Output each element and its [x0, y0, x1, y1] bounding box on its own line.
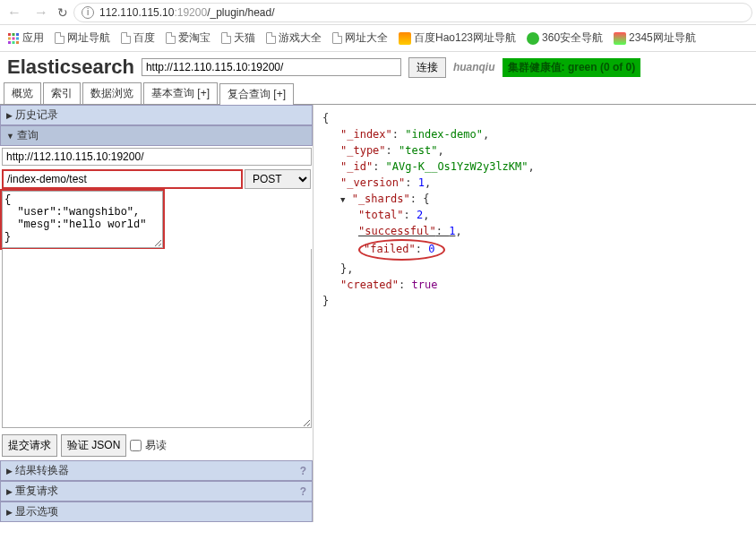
page-icon — [55, 32, 64, 44]
triangle-right-icon: ▶ — [6, 508, 13, 517]
highlight-ellipse: "failed": 0 — [358, 239, 445, 261]
collapse-icon[interactable]: ▼ — [340, 194, 345, 207]
app-title: Elasticsearch — [7, 56, 134, 79]
repeat-header[interactable]: ▶重复请求 ? — [0, 481, 313, 501]
svg-rect-6 — [8, 41, 11, 44]
bookmark-item[interactable]: 网址大全 — [332, 30, 388, 46]
url-bar[interactable]: i 112.110.115.10:19200/_plugin/head/ — [73, 3, 752, 22]
main-tabs: 概览 索引 数据浏览 基本查询 [+] 复合查询 [+] — [0, 82, 756, 105]
bookmark-item[interactable]: 百度 — [121, 30, 155, 46]
server-input[interactable] — [2, 148, 312, 166]
svg-rect-0 — [8, 33, 11, 36]
page-icon — [121, 32, 131, 44]
svg-rect-7 — [13, 41, 15, 44]
user-label: huanqiu — [453, 61, 495, 73]
transformer-header[interactable]: ▶结果转换器 ? — [0, 460, 313, 481]
tab-compound-query[interactable]: 复合查询 [+] — [219, 83, 294, 105]
bookmark-360[interactable]: 360安全导航 — [527, 30, 603, 46]
request-body-extension[interactable] — [2, 249, 312, 428]
bookmarks-bar: 应用 网址导航 百度 爱淘宝 天猫 游戏大全 网址大全 百度Hao123网址导航… — [0, 25, 756, 52]
browser-nav-bar: ← → ↻ i 112.110.115.10:19200/_plugin/hea… — [0, 0, 756, 25]
shield-icon — [527, 32, 539, 45]
bookmark-2345[interactable]: 2345网址导航 — [614, 30, 696, 46]
display-header[interactable]: ▶显示选项 — [0, 501, 313, 522]
tab-overview[interactable]: 概览 — [4, 82, 41, 104]
request-body-textarea[interactable] — [2, 191, 163, 248]
query-header[interactable]: ▼查询 — [0, 125, 313, 146]
history-header[interactable]: ▶历史记录 — [0, 105, 313, 125]
url-path: /_plugin/head/ — [207, 6, 274, 19]
triangle-right-icon: ▶ — [6, 487, 13, 496]
triangle-right-icon: ▶ — [6, 111, 13, 120]
svg-rect-3 — [8, 37, 11, 39]
forward-icon[interactable]: → — [30, 4, 52, 21]
es-header: Elasticsearch 连接 huanqiu 集群健康值: green (0… — [0, 52, 756, 82]
bookmark-item[interactable]: 天猫 — [221, 30, 255, 46]
cluster-url-input[interactable] — [142, 58, 401, 76]
page-icon — [266, 32, 276, 44]
page-icon — [221, 32, 231, 44]
help-icon[interactable]: ? — [300, 485, 306, 498]
hao-icon — [399, 32, 411, 45]
svg-rect-2 — [16, 33, 19, 36]
tab-browse[interactable]: 数据浏览 — [82, 82, 142, 104]
bookmark-item[interactable]: 爱淘宝 — [166, 30, 210, 46]
svg-rect-4 — [13, 37, 15, 39]
submit-button[interactable]: 提交请求 — [2, 434, 57, 457]
triangle-down-icon: ▼ — [6, 132, 14, 141]
pretty-checkbox[interactable] — [130, 440, 142, 451]
url-port: :19200 — [174, 6, 207, 19]
apps-label: 应用 — [22, 30, 44, 46]
response-viewer: { "_index": "index-demo", "_type": "test… — [314, 105, 756, 522]
svg-rect-5 — [16, 37, 19, 39]
bookmark-item[interactable]: 网址导航 — [55, 30, 110, 46]
info-icon[interactable]: i — [82, 6, 94, 19]
svg-rect-1 — [13, 33, 15, 36]
page-icon — [166, 32, 176, 44]
url-host: 112.110.115.10 — [99, 6, 174, 19]
apps-button[interactable]: 应用 — [7, 30, 44, 46]
tab-indices[interactable]: 索引 — [43, 82, 81, 104]
page-icon — [332, 32, 342, 44]
reload-icon[interactable]: ↻ — [57, 5, 68, 20]
connect-button[interactable]: 连接 — [408, 57, 446, 78]
bookmark-hao123[interactable]: 百度Hao123网址导航 — [399, 30, 516, 46]
validate-json-button[interactable]: 验证 JSON — [61, 434, 126, 457]
svg-rect-8 — [16, 41, 19, 44]
left-panel: ▶历史记录 ▼查询 POST 提交请求 验证 JSON 易读 ▶结果转换器 ? … — [0, 105, 314, 522]
path-input[interactable] — [2, 169, 243, 189]
help-icon[interactable]: ? — [300, 465, 306, 477]
n2345-icon — [614, 32, 626, 45]
triangle-right-icon: ▶ — [6, 467, 13, 476]
cluster-health-badge: 集群健康值: green (0 of 0) — [503, 58, 641, 77]
back-icon[interactable]: ← — [4, 4, 25, 21]
bookmark-item[interactable]: 游戏大全 — [266, 30, 322, 46]
tab-basic-query[interactable]: 基本查询 [+] — [143, 82, 218, 104]
apps-icon — [7, 32, 20, 45]
method-select[interactable]: POST — [245, 169, 311, 189]
pretty-label: 易读 — [145, 438, 167, 453]
